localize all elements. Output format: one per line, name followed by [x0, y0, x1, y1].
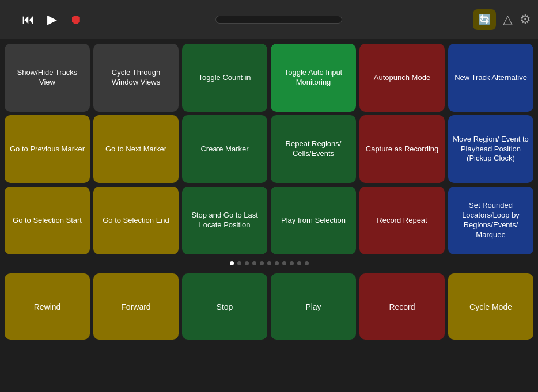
bottom-cell-3[interactable]: Play	[271, 273, 356, 340]
pagination-dot-2[interactable]	[245, 261, 249, 265]
top-bar: ⏮ ▶ ⏺ 🔄 △ ⚙	[0, 0, 538, 39]
gear-button[interactable]: ⚙	[520, 12, 531, 27]
grid-cell-r1-c0[interactable]: Go to Previous Marker	[5, 115, 90, 183]
bottom-cell-1[interactable]: Forward	[93, 273, 179, 340]
metronome-button[interactable]: △	[503, 12, 513, 27]
bottom-bar: RewindForwardStopPlayRecordCycle Mode	[0, 270, 538, 344]
pagination-dot-6[interactable]	[275, 261, 279, 265]
pagination-dots	[0, 257, 538, 270]
grid-cell-r1-c5[interactable]: Move Region/ Event to Playhead Position …	[448, 115, 533, 183]
grid-cell-r0-c2[interactable]: Toggle Count-in	[182, 44, 267, 112]
pagination-dot-3[interactable]	[252, 261, 256, 265]
grid-cell-r0-c5[interactable]: New Track Alternative	[448, 44, 533, 112]
transport-center	[90, 16, 467, 24]
main-grid-area: Show/Hide Tracks ViewCycle Through Windo…	[0, 39, 538, 257]
grid-cell-r1-c2[interactable]: Create Marker	[182, 115, 267, 183]
grid-cell-r2-c3[interactable]: Play from Selection	[271, 187, 356, 254]
grid-cell-r1-c4[interactable]: Capture as Recording	[359, 115, 445, 183]
top-bar-right: 🔄 △ ⚙	[473, 9, 531, 30]
cycle-button[interactable]: 🔄	[473, 9, 496, 30]
pagination-dot-9[interactable]	[297, 261, 301, 265]
bottom-cell-5[interactable]: Cycle Mode	[448, 273, 533, 340]
grid-cell-r2-c5[interactable]: Set Rounded Locators/Loop by Regions/Eve…	[448, 187, 533, 254]
bottom-cell-0[interactable]: Rewind	[5, 273, 90, 340]
grid-cell-r0-c0[interactable]: Show/Hide Tracks View	[5, 44, 90, 112]
grid-cell-r1-c3[interactable]: Repeat Regions/ Cells/Events	[271, 115, 356, 183]
pagination-dot-4[interactable]	[260, 261, 264, 265]
transport-controls-left: ⏮ ▶ ⏺	[7, 10, 85, 29]
record-button[interactable]: ⏺	[67, 10, 85, 29]
pagination-dot-5[interactable]	[267, 261, 271, 265]
pagination-dot-7[interactable]	[282, 261, 286, 265]
pagination-dot-8[interactable]	[290, 261, 294, 265]
transport-box	[215, 16, 342, 24]
bottom-cell-2[interactable]: Stop	[182, 273, 267, 340]
grid-cell-r0-c4[interactable]: Autopunch Mode	[359, 44, 445, 112]
grid-cell-r0-c1[interactable]: Cycle Through Window Views	[93, 44, 179, 112]
grid-cell-r1-c1[interactable]: Go to Next Marker	[93, 115, 179, 183]
grid-cell-r2-c1[interactable]: Go to Selection End	[93, 187, 179, 254]
bottom-cell-4[interactable]: Record	[359, 273, 445, 340]
pagination-dot-1[interactable]	[237, 261, 241, 265]
grid-cell-r2-c2[interactable]: Stop and Go to Last Locate Position	[182, 187, 267, 254]
pagination-dot-10[interactable]	[305, 261, 309, 265]
play-button[interactable]: ▶	[45, 10, 59, 29]
pagination-dot-0[interactable]	[230, 261, 234, 265]
dropdown-arrow-button[interactable]	[7, 17, 12, 22]
grid-cell-r0-c3[interactable]: Toggle Auto Input Monitoring	[271, 44, 356, 112]
button-grid: Show/Hide Tracks ViewCycle Through Windo…	[5, 44, 533, 254]
rewind-button[interactable]: ⏮	[20, 10, 37, 29]
grid-cell-r2-c4[interactable]: Record Repeat	[359, 187, 445, 254]
grid-cell-r2-c0[interactable]: Go to Selection Start	[5, 187, 90, 254]
